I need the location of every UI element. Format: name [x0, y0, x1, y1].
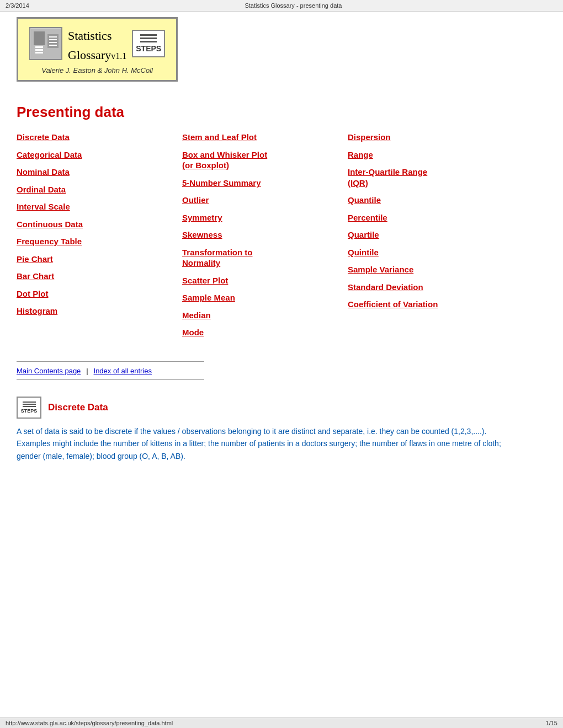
link-dispersion[interactable]: Dispersion — [348, 132, 502, 143]
link-pie-chart[interactable]: Pie Chart — [17, 254, 171, 265]
link-symmetry[interactable]: Symmetry — [182, 212, 337, 223]
link-col-3: Dispersion Range Inter-Quartile Range(IQ… — [348, 132, 513, 345]
link-stem-leaf[interactable]: Stem and Leaf Plot — [182, 132, 337, 143]
link-median[interactable]: Median — [182, 310, 337, 321]
link-percentile[interactable]: Percentile — [348, 212, 502, 223]
link-quantile[interactable]: Quantile — [348, 195, 502, 206]
link-sample-variance[interactable]: Sample Variance — [348, 264, 502, 275]
browser-bar: 2/3/2014 Statistics Glossary - presentin… — [0, 0, 563, 12]
page-heading: Presenting data — [17, 104, 513, 121]
browser-title: Statistics Glossary - presenting data — [245, 2, 342, 9]
link-range[interactable]: Range — [348, 149, 502, 160]
main-contents-link[interactable]: Main Contents page — [17, 367, 81, 375]
link-col-2: Stem and Leaf Plot Box and Whisker Plot(… — [182, 132, 348, 345]
link-mode[interactable]: Mode — [182, 327, 337, 338]
link-iqr[interactable]: Inter-Quartile Range(IQR) — [348, 167, 502, 188]
link-quintile[interactable]: Quintile — [348, 247, 502, 258]
svg-rect-2 — [35, 46, 43, 48]
banner-steps-logo: STEPS — [132, 30, 165, 57]
svg-rect-1 — [34, 31, 45, 45]
svg-rect-4 — [35, 52, 43, 53]
section-discrete-header: STEPS Discrete Data — [17, 397, 513, 419]
link-dot-plot[interactable]: Dot Plot — [17, 288, 171, 299]
index-all-entries-link[interactable]: Index of all entries — [94, 367, 152, 375]
steps-icon-discrete: STEPS — [17, 397, 41, 419]
page-content: Statistics Glossaryv1.1 STEPS Valerie J.… — [0, 12, 530, 473]
link-col-1: Discrete Data Categorical Data Nominal D… — [17, 132, 182, 345]
svg-rect-3 — [35, 49, 43, 51]
link-skewness[interactable]: Skewness — [182, 229, 337, 240]
footer-nav: Main Contents page | Index of all entrie… — [17, 361, 204, 380]
link-ordinal-data[interactable]: Ordinal Data — [17, 184, 171, 195]
browser-date: 2/3/2014 — [6, 2, 29, 9]
link-histogram[interactable]: Histogram — [17, 306, 171, 317]
link-5-number[interactable]: 5-Number Summary — [182, 178, 337, 189]
link-categorical-data[interactable]: Categorical Data — [17, 149, 171, 160]
link-outlier[interactable]: Outlier — [182, 195, 337, 206]
link-bar-chart[interactable]: Bar Chart — [17, 271, 171, 282]
section-discrete-body: A set of data is said to be discrete if … — [17, 425, 513, 462]
link-transformation[interactable]: Transformation toNormality — [182, 247, 337, 269]
link-nominal-data[interactable]: Nominal Data — [17, 167, 171, 178]
banner: Statistics Glossaryv1.1 STEPS Valerie J.… — [17, 17, 178, 82]
link-quartile[interactable]: Quartile — [348, 229, 502, 240]
link-frequency-table[interactable]: Frequency Table — [17, 236, 171, 247]
banner-logo-image — [29, 27, 62, 60]
link-coeff-variation[interactable]: Coefficient of Variation — [348, 299, 502, 310]
link-scatter-plot[interactable]: Scatter Plot — [182, 275, 337, 286]
link-discrete-data[interactable]: Discrete Data — [17, 132, 171, 143]
link-interval-scale[interactable]: Interval Scale — [17, 201, 171, 212]
link-continuous-data[interactable]: Continuous Data — [17, 219, 171, 230]
banner-subtitle: Valerie J. Easton & John H. McColl — [29, 66, 165, 74]
link-box-whisker[interactable]: Box and Whisker Plot(or Boxplot) — [182, 149, 337, 171]
link-sample-mean[interactable]: Sample Mean — [182, 292, 337, 303]
section-discrete: STEPS Discrete Data A set of data is sai… — [17, 397, 513, 462]
nav-separator: | — [86, 367, 88, 375]
banner-text: Statistics Glossaryv1.1 — [68, 24, 126, 63]
link-grid: Discrete Data Categorical Data Nominal D… — [17, 132, 513, 345]
section-discrete-title: Discrete Data — [48, 402, 108, 413]
banner-title: Statistics Glossaryv1.1 — [68, 24, 126, 63]
svg-marker-5 — [47, 34, 59, 48]
link-std-deviation[interactable]: Standard Deviation — [348, 282, 502, 293]
